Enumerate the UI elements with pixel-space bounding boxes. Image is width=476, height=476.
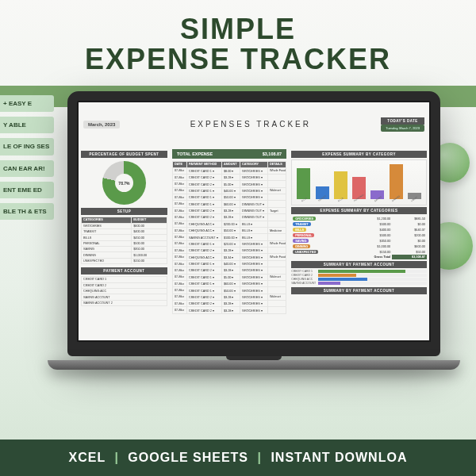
table-row: 07-MarCHEQUING ACC ▾$3.34 ▾GROCERIES ▾Wh… bbox=[172, 254, 286, 260]
separator-icon: | bbox=[257, 451, 261, 464]
feature-sidebar: + EASY EY ABLELE OF ING SES CAN EAR AR!E… bbox=[0, 95, 54, 220]
left-panel: PERCENTAGE OF BUDGET SPENT SETUP CATEGOR… bbox=[79, 146, 170, 340]
feature-bullet: ENT EME ED bbox=[0, 182, 54, 198]
laptop-screen-frame: March, 2023 EXPENSES TRACKER TODAY'S DAT… bbox=[67, 91, 440, 356]
laptop-screen: March, 2023 EXPENSES TRACKER TODAY'S DAT… bbox=[79, 102, 429, 340]
table-row: UNEXPECTED$150.00 bbox=[82, 258, 167, 263]
table-row: 07-MarCREDIT CARD 1 ▾$50.00 ▾GROCERIES ▾ bbox=[172, 194, 286, 201]
table-row: CREDIT CARD 1 bbox=[82, 277, 167, 282]
pay-table-header: SUMMARY BY PAYMENT ACCOUNT bbox=[291, 287, 427, 294]
table-row: SAVING ACCOUNT bbox=[82, 294, 167, 300]
spreadsheet: March, 2023 EXPENSES TRACKER TODAY'S DAT… bbox=[79, 102, 429, 340]
table-row: BILLS$450.00 bbox=[82, 235, 167, 240]
feature-bullet: LE OF ING SES bbox=[0, 138, 54, 155]
today-date: Tuesday, March 7, 2023 bbox=[381, 125, 424, 132]
payment-header: PAYMENT ACCOUNT bbox=[81, 267, 167, 274]
table-row: 07-MarCREDIT CARD 1 ▾$40.00 ▾GROCERIES ▾ bbox=[172, 260, 286, 267]
table-row: PERSONAL$500.00 bbox=[82, 240, 167, 246]
table-row: SAVING$350.00 bbox=[82, 247, 167, 252]
table-row: BILLS$400.00$640.37 bbox=[291, 227, 427, 232]
table-row: 07-MarCREDIT CARD 2 ▾$3.28 ▾GROCERIES ▾ bbox=[172, 267, 286, 274]
expense-table: DATEPAYMENT METHODAMOUNTCATEGORYDETAILS0… bbox=[172, 161, 286, 314]
bar: DINNING bbox=[387, 164, 404, 203]
cat-summary-header: EXPENSE SUMMARY BY CATEGORIES bbox=[291, 207, 427, 214]
setup-table: CATEGORIESBUDGETGROCERIES$600.00TRANSIT$… bbox=[81, 217, 167, 264]
table-row: CREDIT CARD 2 bbox=[82, 282, 167, 288]
table-row: 07-MarCREDIT CARD 2 ▾$3.28 ▾GROCERIES ▾ bbox=[172, 307, 286, 313]
hbar-row: SAVING ACCOUNT bbox=[291, 282, 427, 285]
feature-bullet: Y ABLE bbox=[0, 117, 54, 133]
setup-header: SETUP bbox=[81, 208, 167, 215]
bar: UNEXP. bbox=[406, 193, 423, 203]
pct-header: PERCENTAGE OF BUDGET SPENT bbox=[81, 151, 167, 158]
table-row: PERSONAL$500.00$200.00 bbox=[291, 232, 427, 238]
bar: SAVING bbox=[369, 190, 386, 203]
table-row: 07-MarCREDIT CARD 2 ▾$5.00 ▾GROCERIES ▾ bbox=[172, 181, 286, 187]
table-row: DINNING$1,000.00$600.00 bbox=[291, 244, 427, 249]
separator-icon: | bbox=[114, 451, 118, 464]
table-row: 07-MarCREDIT CARD 2 ▾$3.28 ▾DINNING OUT … bbox=[172, 214, 286, 221]
table-row: 07-MarCREDIT CARD 2 ▾$3.28 ▾GROCERIES ▾ bbox=[172, 174, 286, 180]
table-row: SAVING ACCOUNT 2 bbox=[82, 300, 167, 305]
grand-total-row: Gross Total$3,108.87 bbox=[291, 255, 427, 259]
laptop-base bbox=[48, 360, 460, 370]
payment-hbar-chart: CREDIT CARD 1CREDIT CARD 2CHEQUING ACCSA… bbox=[291, 270, 427, 285]
table-row: DINNING$1,000.00 bbox=[82, 252, 167, 258]
bar: PERSONAL bbox=[351, 177, 367, 203]
table-row: 07-MarCREDIT CARD 1 ▾$40.00 ▾GROCERIES ▾… bbox=[172, 187, 286, 194]
hbar-row: CHEQUING ACC bbox=[291, 278, 427, 281]
total-label: TOTAL EXPENSE bbox=[177, 152, 213, 156]
table-row: GROCERIES$600.00 bbox=[82, 223, 167, 228]
table-row: 07-MarCREDIT CARD 2 ▾$3.28 ▾DINNING OUT … bbox=[172, 207, 286, 213]
table-row: 07-MarCREDIT CARD 1 ▾$8.00 ▾GROCERIES ▾W… bbox=[172, 167, 286, 174]
table-row: SAVING$350.00$0.00 bbox=[291, 238, 427, 244]
today-label: TODAY'S DATE bbox=[381, 117, 424, 125]
footer-p1: XCEL bbox=[69, 451, 106, 464]
table-row: GROCERIES$1,200.00$885.50 bbox=[291, 216, 427, 221]
month-badge: March, 2023 bbox=[83, 121, 120, 129]
bar: TRANSIT bbox=[313, 186, 330, 204]
laptop-mockup: March, 2023 EXPENSES TRACKER TODAY'S DAT… bbox=[67, 91, 440, 370]
total-expense-row: TOTAL EXPENSE $3,108.87 bbox=[172, 149, 286, 159]
table-row: CHEQUING ACC bbox=[82, 288, 167, 294]
feature-bullet: + EASY E bbox=[0, 95, 54, 112]
feature-bullet: CAN EAR AR! bbox=[0, 160, 54, 177]
table-row: 07-MarSAVING ACCOUNT ▾$100.00 ▾BILLS ▾ bbox=[172, 234, 286, 240]
center-panel: TOTAL EXPENSE $3,108.87 DATEPAYMENT METH… bbox=[170, 146, 289, 340]
footer-p2: GOOGLE SHEETS bbox=[128, 451, 248, 464]
total-value: $3,108.87 bbox=[263, 152, 282, 156]
donut-chart bbox=[102, 161, 146, 205]
feature-bullet: BLE TH & ETS bbox=[0, 203, 54, 220]
table-row: 07-MarCREDIT CARD 1 ▾$20.00 ▾GROCERIES ▾… bbox=[172, 240, 286, 247]
spreadsheet-title: EXPENSES TRACKER bbox=[190, 120, 311, 129]
table-row: 07-MarCHEQUING ACC ▾$50.00 ▾BILLS ▾Medic… bbox=[172, 227, 286, 233]
bar: BILLS bbox=[332, 171, 349, 204]
table-row: 07-MarCHEQUING ACC ▾$200.00 ▾BILLS ▾ bbox=[172, 221, 286, 227]
title-line-1: SIMPLE bbox=[0, 14, 476, 44]
hbar-row: CREDIT CARD 1 bbox=[291, 270, 427, 273]
table-row: 07-MarCREDIT CARD 2 ▾$3.28 ▾GROCERIES ▾W… bbox=[172, 294, 286, 300]
payment-account-table: CREDIT CARD 1CREDIT CARD 2CHEQUING ACCSA… bbox=[81, 276, 167, 306]
pay-summary-header: SUMMARY BY PAYMENT ACCOUNT bbox=[291, 261, 427, 268]
title-line-2: EXPENSE TRACKER bbox=[0, 44, 476, 75]
table-row: 07-MarCREDIT CARD 2 ▾$3.28 ▾GROCERIES ▾ bbox=[172, 248, 286, 254]
table-row: 07-MarCREDIT CARD 1 ▾$50.00 ▾GROCERIES ▾ bbox=[172, 287, 286, 294]
category-summary-table: GROCERIES$1,200.00$885.50TRANSIT$500.00$… bbox=[291, 216, 427, 259]
table-row: TRANSIT$500.00$0.00 bbox=[291, 221, 427, 227]
hbar-row: CREDIT CARD 2 bbox=[291, 274, 427, 277]
footer-banner: XCEL | GOOGLE SHEETS | INSTANT DOWNLOA bbox=[0, 440, 476, 476]
footer-p3: INSTANT DOWNLOA bbox=[271, 451, 407, 464]
table-row: TRANSIT$400.00 bbox=[82, 228, 167, 234]
page-header: SIMPLE EXPENSE TRACKER bbox=[0, 0, 476, 81]
bar: BILLS bbox=[295, 168, 312, 203]
table-row: 07-MarCREDIT CARD 1 ▾$5.00 ▾GROCERIES ▾W… bbox=[172, 274, 286, 280]
spreadsheet-header-row: March, 2023 EXPENSES TRACKER TODAY'S DAT… bbox=[79, 102, 429, 146]
table-row: UNEXPECTED$150.00$50.00 bbox=[291, 249, 427, 255]
table-row: 07-MarCREDIT CARD 1 ▾$60.00 ▾DINNING OUT… bbox=[172, 201, 286, 207]
table-row: 07-MarCREDIT CARD 1 ▾$60.00 ▾GROCERIES ▾ bbox=[172, 280, 286, 286]
table-row: 07-MarCREDIT CARD 2 ▾$3.28 ▾GROCERIES ▾ bbox=[172, 301, 286, 307]
chart-header: EXPENSE SUMMARY BY CATEGORY bbox=[291, 151, 427, 158]
right-panel: EXPENSE SUMMARY BY CATEGORY BILLSTRANSIT… bbox=[289, 146, 429, 340]
bar-chart: BILLSTRANSITBILLSPERSONALSAVINGDINNINGUN… bbox=[291, 159, 427, 205]
